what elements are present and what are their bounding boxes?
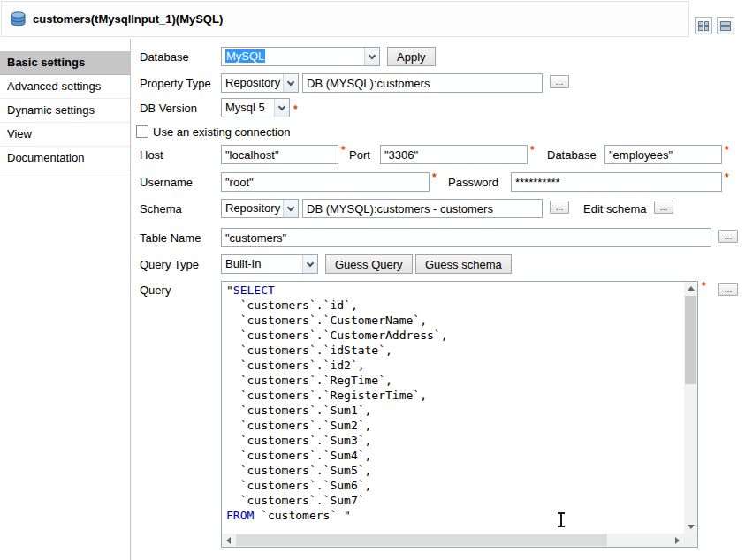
- sidebar-item-basic-settings[interactable]: Basic settings: [0, 51, 130, 75]
- component-title: customers(tMysqlInput_1)(MySQL): [33, 12, 223, 26]
- scroll-left-button[interactable]: [222, 534, 235, 547]
- chevron-down-icon: [364, 48, 379, 65]
- chevron-down-icon: [274, 99, 289, 117]
- apply-button[interactable]: Apply: [387, 47, 436, 66]
- query-type-label: Query Type: [140, 257, 199, 273]
- basic-settings-form: Database MySQL Apply Property Type Repos…: [131, 39, 745, 560]
- property-repository-input[interactable]: [302, 73, 543, 93]
- query-vertical-scrollbar[interactable]: [684, 282, 697, 534]
- sidebar-item-dynamic-settings[interactable]: Dynamic settings: [0, 99, 130, 123]
- db-version-combo-value: Mysql 5: [222, 99, 274, 117]
- query-label: Query: [140, 283, 171, 299]
- scrollbar-corner: [684, 534, 697, 547]
- query-editor[interactable]: "SELECT `customers`.`id`, `customers`.`C…: [221, 281, 698, 548]
- vertical-scroll-thumb[interactable]: [685, 296, 696, 384]
- rows-layout-icon: [720, 21, 731, 31]
- query-from-keyword: FROM: [226, 509, 254, 522]
- query-horizontal-scrollbar[interactable]: [222, 534, 684, 547]
- query-columns: `customers`.`id`, `customers`.`CustomerN…: [226, 299, 454, 507]
- edit-schema-label: Edit schema: [583, 201, 647, 217]
- query-from-rest: `customers` ": [254, 509, 351, 522]
- query-type-combo-value: Built-In: [222, 255, 302, 273]
- property-type-label: Property Type: [140, 76, 211, 92]
- username-input[interactable]: [221, 172, 430, 192]
- required-marker: *: [530, 145, 535, 155]
- port-label: Port: [349, 148, 370, 163]
- chevron-down-icon: [302, 255, 317, 273]
- sidebar-item-view[interactable]: View: [0, 123, 130, 147]
- sidebar-item-documentation[interactable]: Documentation: [0, 147, 130, 170]
- use-existing-connection-checkbox[interactable]: [136, 125, 148, 138]
- database-combo[interactable]: MySQL: [221, 47, 380, 66]
- sidebar-item-advanced-settings[interactable]: Advanced settings: [0, 75, 130, 99]
- component-title-panel: customers(tMysqlInput_1)(MySQL): [1, 1, 689, 37]
- database-name-input[interactable]: [604, 145, 722, 164]
- required-marker: *: [432, 172, 437, 183]
- property-browse-button[interactable]: ...: [550, 75, 569, 88]
- scroll-down-button[interactable]: [684, 520, 697, 534]
- username-label: Username: [140, 175, 193, 191]
- host-label: Host: [140, 148, 163, 163]
- property-type-combo[interactable]: Repository: [221, 73, 299, 93]
- chevron-down-icon: [283, 200, 298, 217]
- password-label: Password: [448, 175, 498, 191]
- query-select-keyword: SELECT: [233, 284, 282, 297]
- schema-type-combo[interactable]: Repository: [221, 199, 299, 218]
- db-version-combo[interactable]: Mysql 5: [221, 98, 290, 117]
- table-name-input[interactable]: [221, 228, 711, 247]
- component-header: customers(tMysqlInput_1)(MySQL): [0, 0, 745, 39]
- table-name-browse-button[interactable]: ...: [718, 230, 738, 243]
- query-type-combo[interactable]: Built-In: [221, 254, 318, 274]
- db-version-label: DB Version: [140, 101, 197, 117]
- scroll-up-button[interactable]: [684, 282, 697, 295]
- query-text: "SELECT `customers`.`id`, `customers`.`C…: [222, 282, 684, 534]
- database-icon: [10, 11, 27, 26]
- password-input[interactable]: [511, 172, 722, 192]
- required-marker: *: [341, 145, 346, 155]
- query-browse-button[interactable]: ...: [718, 283, 738, 296]
- use-existing-connection-label: Use an existing connection: [153, 125, 290, 140]
- required-marker: *: [725, 172, 729, 183]
- property-type-combo-value: Repository: [222, 74, 283, 92]
- ibeam-cursor: [560, 513, 562, 526]
- query-open-quote: ": [226, 284, 233, 297]
- schema-browse-button[interactable]: ...: [550, 201, 569, 214]
- table-name-label: Table Name: [140, 231, 201, 246]
- horizontal-scroll-thumb[interactable]: [236, 534, 607, 546]
- guess-schema-button[interactable]: Guess schema: [415, 254, 512, 274]
- database-combo-value: MySQL: [225, 49, 265, 63]
- schema-type-combo-value: Repository: [222, 200, 283, 217]
- schema-label: Schema: [140, 201, 182, 217]
- port-input[interactable]: [380, 145, 528, 164]
- grid-layout-icon: [698, 21, 709, 31]
- database-label: Database: [140, 49, 189, 65]
- database-name-label: Database: [547, 148, 597, 163]
- scroll-right-button[interactable]: [671, 534, 684, 547]
- chevron-down-icon: [283, 74, 298, 92]
- host-input[interactable]: [221, 145, 338, 164]
- guess-query-button[interactable]: Guess Query: [325, 254, 413, 274]
- required-marker: *: [293, 104, 298, 115]
- schema-repository-input[interactable]: [302, 199, 543, 218]
- required-marker: *: [725, 145, 729, 155]
- required-marker: *: [702, 281, 706, 291]
- toggle-grid-layout-button[interactable]: [695, 17, 712, 34]
- edit-schema-button[interactable]: ...: [654, 201, 673, 214]
- settings-sidebar: Basic settings Advanced settings Dynamic…: [0, 39, 131, 560]
- toggle-row-layout-button[interactable]: [717, 17, 734, 34]
